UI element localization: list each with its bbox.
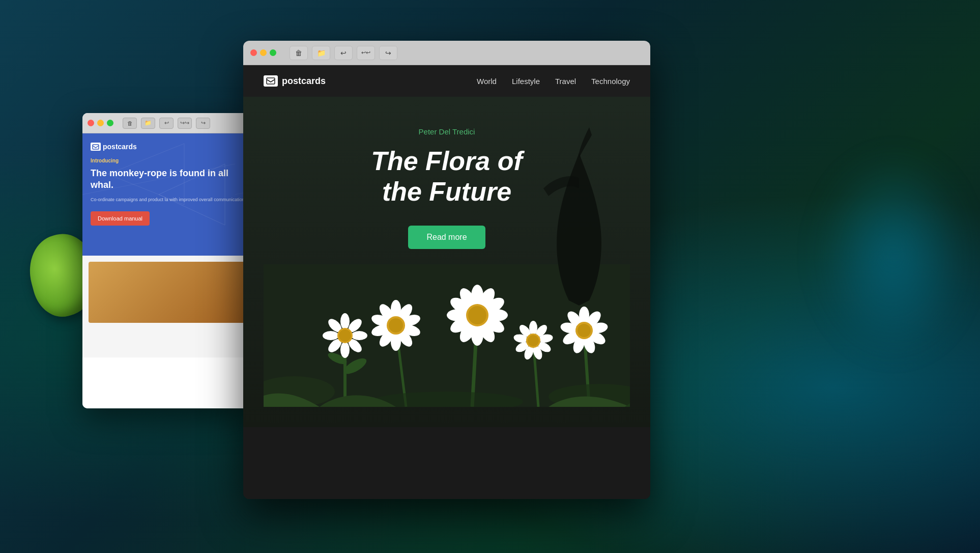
svg-point-56 xyxy=(339,329,351,342)
forward-all-button-front[interactable]: ↩↩ xyxy=(357,46,375,60)
traffic-light-green-back[interactable] xyxy=(107,120,113,126)
svg-point-53 xyxy=(323,331,339,340)
folder-button-back[interactable]: 📁 xyxy=(141,118,155,129)
download-manual-button[interactable]: Download manual xyxy=(91,211,150,226)
intro-label: Introducing xyxy=(91,158,245,163)
nav-link-world[interactable]: World xyxy=(477,77,497,86)
email-preview-front: postcards World Lifestyle Travel Technol… xyxy=(243,65,650,499)
trash-button-back[interactable]: 🗑 xyxy=(123,118,137,129)
nav-logo-icon xyxy=(264,75,278,87)
hero-area: Peter Del Tredici The Flora ofthe Future… xyxy=(243,97,650,427)
svg-rect-0 xyxy=(93,145,99,149)
titlebar-back: 🗑 📁 ↩ ↪↪ ↪ xyxy=(82,113,253,133)
svg-point-51 xyxy=(340,342,350,358)
titlebar-buttons-front: 🗑 📁 ↩ ↩↩ ↪ xyxy=(290,46,397,60)
traffic-light-red-front[interactable] xyxy=(250,49,257,56)
forward-all-button-back[interactable]: ↪↪ xyxy=(178,118,192,129)
email-content-back: postcards Introducing The monkey-rope is… xyxy=(82,133,253,408)
hero-content: Peter Del Tredici The Flora ofthe Future… xyxy=(371,127,523,264)
nav-link-technology[interactable]: Technology xyxy=(591,77,630,86)
nav-logo: postcards xyxy=(264,75,326,87)
logo-icon-small xyxy=(91,143,101,151)
postcards-logo-small: postcards xyxy=(91,143,245,151)
svg-rect-1 xyxy=(267,78,275,84)
titlebar-front: 🗑 📁 ↩ ↩↩ ↪ xyxy=(243,41,650,65)
nav-links: World Lifestyle Travel Technology xyxy=(477,77,630,86)
image-placeholder-back xyxy=(89,262,247,323)
forward-button-front[interactable]: ↪ xyxy=(379,46,397,60)
forward-button-back[interactable]: ↪ xyxy=(196,118,210,129)
hero-author: Peter Del Tredici xyxy=(419,127,475,136)
traffic-light-red-back[interactable] xyxy=(88,120,94,126)
nav-bar: postcards World Lifestyle Travel Technol… xyxy=(243,65,650,97)
email-body-back xyxy=(82,256,253,357)
traffic-light-yellow-back[interactable] xyxy=(97,120,104,126)
window-back: 🗑 📁 ↩ ↪↪ ↪ postcards Introducing The mon… xyxy=(82,113,253,408)
logo-text-small: postcards xyxy=(103,143,137,151)
svg-point-47 xyxy=(340,313,350,329)
window-front: 🗑 📁 ↩ ↩↩ ↪ postcards World Lifestyle xyxy=(243,41,650,499)
traffic-light-green-front[interactable] xyxy=(270,49,276,56)
bird-silhouette xyxy=(538,127,620,306)
headline-back: The monkey-rope is found in all whal. xyxy=(91,168,245,191)
back-button-front[interactable]: ↩ xyxy=(334,46,353,60)
traffic-light-yellow-front[interactable] xyxy=(260,49,267,56)
hero-title: The Flora ofthe Future xyxy=(371,146,523,207)
svg-point-35 xyxy=(389,318,403,333)
trash-button-front[interactable]: 🗑 xyxy=(290,46,308,60)
read-more-button[interactable]: Read more xyxy=(408,226,485,249)
svg-point-23 xyxy=(468,306,486,324)
titlebar-buttons-back: 🗑 📁 ↩ ↪↪ ↪ xyxy=(123,118,210,129)
nav-logo-text: postcards xyxy=(282,76,326,87)
email-header-back: postcards Introducing The monkey-rope is… xyxy=(82,133,253,256)
svg-point-46 xyxy=(578,324,591,337)
blue-orb-decoration xyxy=(817,153,970,356)
back-button-back[interactable]: ↩ xyxy=(159,118,174,129)
nav-link-travel[interactable]: Travel xyxy=(555,77,576,86)
nav-link-lifestyle[interactable]: Lifestyle xyxy=(512,77,540,86)
folder-button-front[interactable]: 📁 xyxy=(312,46,330,60)
svg-point-67 xyxy=(528,335,539,346)
sub-text-back: Co-ordinate campaigns and product la wit… xyxy=(91,197,245,204)
svg-point-49 xyxy=(351,331,367,340)
